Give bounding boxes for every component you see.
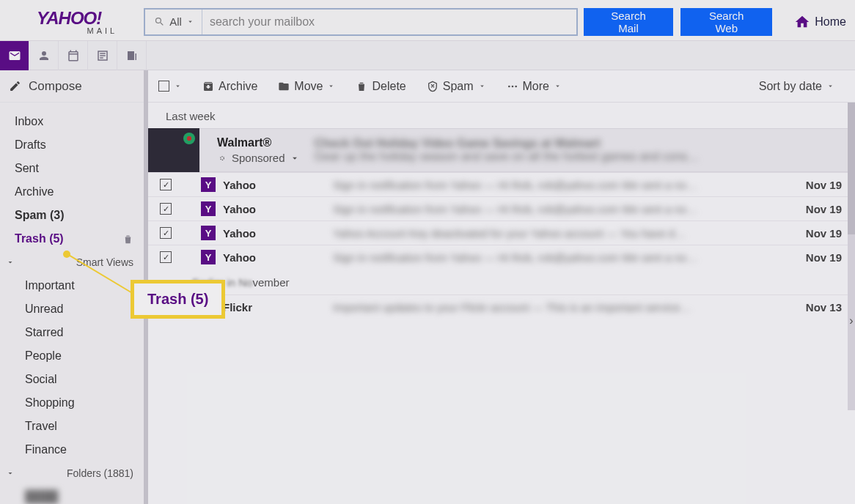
folder-archive[interactable]: Archive bbox=[0, 180, 144, 204]
row-checkbox[interactable]: ✓ bbox=[153, 227, 179, 239]
compose-button[interactable]: Compose bbox=[0, 70, 144, 103]
mail-date: Nov 19 bbox=[783, 251, 842, 264]
search-web-button[interactable]: Search Web bbox=[680, 8, 772, 36]
nav-contacts-icon[interactable] bbox=[29, 41, 59, 70]
folder-trash-label: Trash (5) bbox=[15, 231, 64, 247]
search-bar: All bbox=[144, 8, 578, 36]
search-icon bbox=[154, 16, 165, 27]
main-pane: Archive Move Delete Spam More bbox=[148, 70, 855, 504]
section-earlier-nov: Earlier in NoEarlier in Novembervember bbox=[148, 269, 855, 294]
chevron-down-icon bbox=[826, 82, 834, 90]
nav-news-icon[interactable] bbox=[117, 41, 147, 70]
mail-subject: Sign in notification from Yahoo — Hi Rob… bbox=[333, 203, 783, 215]
pencil-icon bbox=[9, 80, 21, 92]
expand-pane-button[interactable]: › bbox=[846, 312, 855, 330]
folder-sent[interactable]: Sent bbox=[0, 157, 144, 180]
mail-from: Yahoo bbox=[223, 251, 333, 264]
callout-box: Trash (5) bbox=[131, 280, 225, 319]
archive-button[interactable]: Archive bbox=[192, 80, 268, 93]
home-label: Home bbox=[815, 15, 846, 29]
mail-row[interactable]: Flickr Important updates to your Flickr … bbox=[148, 294, 855, 319]
search-mail-button[interactable]: Search Mail bbox=[584, 8, 673, 36]
spam-button[interactable]: Spam bbox=[417, 80, 496, 93]
yahoo-mail-logo: YAHOO! MAIL bbox=[37, 8, 138, 35]
advertiser-name: Walmart® bbox=[217, 136, 300, 149]
smartview-social[interactable]: Social bbox=[0, 368, 144, 391]
select-all-checkbox[interactable] bbox=[158, 81, 192, 92]
search-input[interactable] bbox=[202, 10, 576, 34]
smartview-starred[interactable]: Starred bbox=[0, 321, 144, 344]
svg-point-3 bbox=[515, 85, 517, 87]
folder-trash[interactable]: Trash (5) bbox=[0, 227, 144, 251]
mail-subject: Important updates to your Flickr account… bbox=[333, 301, 783, 314]
smartview-people[interactable]: People bbox=[0, 344, 144, 368]
shield-x-icon bbox=[427, 81, 438, 92]
home-link[interactable]: Home bbox=[794, 14, 846, 30]
home-icon bbox=[794, 14, 810, 30]
compose-label: Compose bbox=[29, 79, 82, 94]
row-checkbox[interactable]: ✓ bbox=[153, 251, 179, 263]
chevron-down-icon bbox=[174, 82, 182, 90]
ellipsis-icon bbox=[507, 81, 518, 92]
move-icon bbox=[278, 81, 290, 92]
smartview-finance[interactable]: Finance bbox=[0, 438, 144, 462]
row-checkbox[interactable]: ✓ bbox=[153, 203, 179, 215]
ad-thumbnail bbox=[148, 128, 199, 172]
sort-button[interactable]: Sort by date bbox=[749, 80, 845, 93]
mail-row[interactable]: ✓ Y Yahoo Sign in notification from Yaho… bbox=[148, 245, 855, 269]
chevron-down-icon bbox=[6, 469, 15, 478]
mail-date: Nov 19 bbox=[783, 227, 842, 240]
chevron-down-icon bbox=[327, 82, 335, 90]
svg-point-1 bbox=[508, 85, 510, 87]
mail-row[interactable]: ✓ Y Yahoo Sign in notification from Yaho… bbox=[148, 172, 855, 196]
smartview-shopping[interactable]: Shopping bbox=[0, 391, 144, 415]
mail-row[interactable]: ✓ Y Yahoo Sign in notification from Yaho… bbox=[148, 196, 855, 220]
sponsored-icon bbox=[217, 153, 227, 163]
yahoo-avatar-icon: Y bbox=[201, 201, 216, 216]
chevron-down-icon bbox=[554, 82, 562, 90]
mail-toolbar: Archive Move Delete Spam More bbox=[148, 70, 855, 103]
row-checkbox[interactable]: ✓ bbox=[153, 179, 179, 190]
custom-folder[interactable]: ████ bbox=[0, 485, 144, 504]
mail-from: Yahoo bbox=[223, 179, 333, 191]
nav-calendar-icon[interactable] bbox=[59, 41, 88, 70]
mail-list: ✓ Y Yahoo Sign in notification from Yaho… bbox=[148, 172, 855, 269]
search-scope-dropdown[interactable]: All bbox=[145, 10, 202, 34]
mail-subject: Yahoo Account Key deactivated for your Y… bbox=[333, 227, 783, 240]
section-last-week: Last week bbox=[148, 103, 855, 128]
svg-line-0 bbox=[67, 254, 141, 298]
yahoo-avatar-icon: Y bbox=[201, 226, 216, 240]
sponsored-row[interactable]: Walmart® Sponsored Check Out Holiday Vid… bbox=[148, 128, 855, 172]
nav-icon-strip bbox=[0, 41, 855, 70]
search-scope-label: All bbox=[169, 15, 182, 28]
ad-meta: Walmart® Sponsored bbox=[217, 136, 300, 164]
top-header: YAHOO! MAIL All Search Mail Search Web H… bbox=[0, 0, 855, 41]
chevron-down-icon bbox=[186, 18, 194, 26]
folder-drafts[interactable]: Drafts bbox=[0, 133, 144, 157]
sidebar: Compose Inbox Drafts Sent Archive Spam (… bbox=[0, 70, 148, 504]
mail-subject: Sign in notification from Yahoo — Hi Rob… bbox=[333, 179, 783, 191]
more-button[interactable]: More bbox=[496, 80, 572, 93]
smartview-travel[interactable]: Travel bbox=[0, 415, 144, 438]
mail-row[interactable]: ✓ Y Yahoo Yahoo Account Key deactivated … bbox=[148, 220, 855, 245]
chevron-down-icon bbox=[478, 82, 486, 90]
trash-icon bbox=[356, 81, 367, 92]
mail-from: Yahoo bbox=[223, 227, 333, 240]
mail-date: Nov 19 bbox=[783, 203, 842, 215]
delete-button[interactable]: Delete bbox=[345, 80, 416, 93]
chevron-down-icon bbox=[6, 258, 15, 267]
mail-date: Nov 19 bbox=[783, 179, 842, 191]
nav-mail-icon[interactable] bbox=[0, 41, 29, 70]
archive-icon bbox=[202, 81, 214, 92]
move-button[interactable]: Move bbox=[268, 80, 345, 93]
scrollbar[interactable] bbox=[848, 103, 855, 410]
content-row: Compose Inbox Drafts Sent Archive Spam (… bbox=[0, 70, 855, 504]
nav-notepad-icon[interactable] bbox=[88, 41, 117, 70]
section-folders[interactable]: Folders (1881) bbox=[0, 462, 144, 485]
folder-inbox[interactable]: Inbox bbox=[0, 110, 144, 133]
mail-subject: Sign in notification from Yahoo — Hi Rob… bbox=[333, 251, 783, 264]
chevron-down-icon bbox=[290, 153, 300, 163]
mail-date: Nov 13 bbox=[783, 301, 842, 314]
trash-icon[interactable] bbox=[122, 234, 133, 245]
folder-spam[interactable]: Spam (3) bbox=[0, 204, 144, 227]
